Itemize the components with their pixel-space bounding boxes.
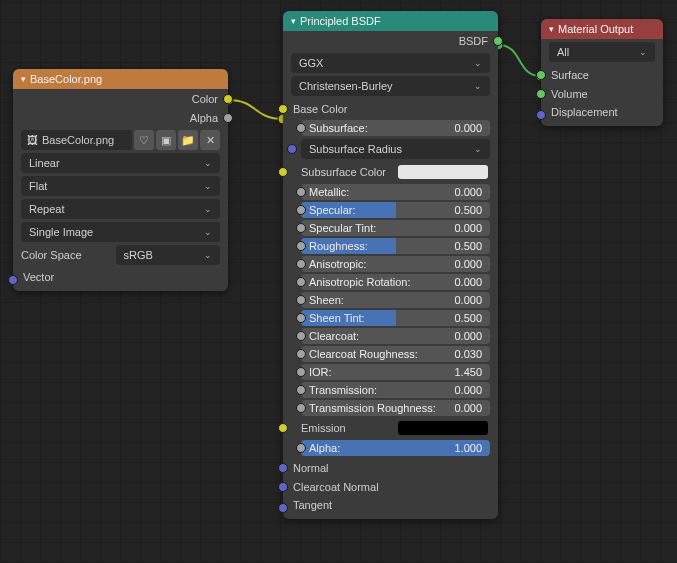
projection-dropdown[interactable]: Flat⌄ (21, 176, 220, 196)
clearcoatroughness-field[interactable]: Clearcoat Roughness:0.030 (301, 346, 490, 362)
chevron-down-icon: ⌄ (204, 250, 212, 260)
collapse-icon[interactable]: ▾ (21, 74, 26, 84)
chevron-down-icon: ⌄ (204, 204, 212, 214)
vector-socket-in[interactable] (8, 275, 18, 285)
dropdown-value: Flat (29, 180, 47, 192)
metallic-socket[interactable] (296, 187, 306, 197)
sheentint-field[interactable]: Sheen Tint:0.500 (301, 310, 490, 326)
node-title: BaseColor.png (30, 73, 102, 85)
subsurface-socket[interactable] (296, 123, 306, 133)
speculartint-socket[interactable] (296, 223, 306, 233)
material-output-node[interactable]: ▾ Material Output All⌄ Surface Volume Di… (541, 19, 663, 126)
basecolor-socket-in[interactable] (278, 104, 288, 114)
image-texture-node[interactable]: ▾ BaseColor.png Color Alpha 🖼 BaseColor.… (13, 69, 228, 291)
alpha-socket-out[interactable] (223, 113, 233, 123)
node-header[interactable]: ▾ Principled BSDF (283, 11, 498, 31)
open-image-button[interactable]: 📁 (178, 130, 198, 150)
image-icon: 🖼 (27, 134, 38, 146)
image-filename: BaseColor.png (42, 134, 114, 146)
dropdown-value: GGX (299, 57, 323, 69)
dropdown-value: Linear (29, 157, 60, 169)
sheen-socket[interactable] (296, 295, 306, 305)
ccrough-socket[interactable] (296, 349, 306, 359)
node-title: Principled BSDF (300, 15, 381, 27)
transrough-socket[interactable] (296, 403, 306, 413)
subsurface-color-swatch[interactable] (398, 165, 488, 179)
ior-socket[interactable] (296, 367, 306, 377)
subsurface-field[interactable]: Subsurface: 0.000 (301, 120, 490, 136)
transmissionroughness-field[interactable]: Transmission Roughness:0.000 (301, 400, 490, 416)
tangent-row: Tangent (283, 496, 498, 519)
emission-socket[interactable] (278, 423, 288, 433)
clearcoat-socket[interactable] (296, 331, 306, 341)
source-dropdown[interactable]: Single Image⌄ (21, 222, 220, 242)
colorspace-dropdown[interactable]: sRGB⌄ (116, 245, 221, 265)
dropdown-value: sRGB (124, 249, 153, 261)
chevron-down-icon: ⌄ (474, 81, 482, 91)
displacement-socket[interactable] (536, 110, 546, 120)
surface-socket[interactable] (536, 70, 546, 80)
collapse-icon[interactable]: ▾ (291, 16, 296, 26)
specular-field[interactable]: Specular:0.500 (301, 202, 490, 218)
bsdf-output-row: BSDF (283, 31, 498, 50)
dropdown-value: All (557, 46, 569, 58)
clearcoat-field[interactable]: Clearcoat:0.000 (301, 328, 490, 344)
output-color-row: Color (13, 89, 228, 108)
unlink-image-button[interactable]: ✕ (200, 130, 220, 150)
dropdown-value: Single Image (29, 226, 93, 238)
interpolation-dropdown[interactable]: Linear⌄ (21, 153, 220, 173)
displacement-input-row: Displacement (541, 103, 663, 126)
subsurface-color-row: Subsurface Color (283, 162, 498, 182)
extension-dropdown[interactable]: Repeat⌄ (21, 199, 220, 219)
new-image-button[interactable]: ▣ (156, 130, 176, 150)
fake-user-button[interactable]: ♡ (134, 130, 154, 150)
chevron-down-icon: ⌄ (639, 47, 647, 57)
input-label: Base Color (293, 103, 347, 115)
transmission-socket[interactable] (296, 385, 306, 395)
chevron-down-icon: ⌄ (204, 181, 212, 191)
aniso-socket[interactable] (296, 259, 306, 269)
surface-input-row: Surface (541, 65, 663, 84)
anisorot-socket[interactable] (296, 277, 306, 287)
normal-row: Normal (283, 458, 498, 477)
principled-bsdf-node[interactable]: ▾ Principled BSDF BSDF GGX⌄ Christensen-… (283, 11, 498, 519)
node-header[interactable]: ▾ BaseColor.png (13, 69, 228, 89)
node-header[interactable]: ▾ Material Output (541, 19, 663, 39)
subsurface-method-dropdown[interactable]: Christensen-Burley⌄ (291, 76, 490, 96)
normal-socket[interactable] (278, 463, 288, 473)
ior-field[interactable]: IOR:1.450 (301, 364, 490, 380)
target-dropdown[interactable]: All⌄ (549, 42, 655, 62)
chevron-down-icon: ⌄ (204, 158, 212, 168)
transmission-field[interactable]: Transmission:0.000 (301, 382, 490, 398)
subsurfcolor-socket[interactable] (278, 167, 288, 177)
speculartint-field[interactable]: Specular Tint:0.000 (301, 220, 490, 236)
output-label: BSDF (459, 35, 488, 47)
metallic-field[interactable]: Metallic:0.000 (301, 184, 490, 200)
subsurfradius-socket[interactable] (287, 144, 297, 154)
alpha-socket[interactable] (296, 443, 306, 453)
subsurface-radius-field[interactable]: Subsurface Radius⌄ (301, 139, 490, 159)
collapse-icon[interactable]: ▾ (549, 24, 554, 34)
roughness-field[interactable]: Roughness:0.500 (301, 238, 490, 254)
chevron-down-icon: ⌄ (474, 58, 482, 68)
alpha-field[interactable]: Alpha:1.000 (301, 440, 490, 456)
specular-socket[interactable] (296, 205, 306, 215)
distribution-dropdown[interactable]: GGX⌄ (291, 53, 490, 73)
input-label: Vector (23, 271, 54, 283)
volume-input-row: Volume (541, 84, 663, 103)
sheentint-socket[interactable] (296, 313, 306, 323)
output-label: Color (192, 93, 218, 105)
emission-color-swatch[interactable] (398, 421, 488, 435)
sheen-field[interactable]: Sheen:0.000 (301, 292, 490, 308)
anisorotation-field[interactable]: Anisotropic Rotation:0.000 (301, 274, 490, 290)
emission-row: Emission (283, 418, 498, 438)
output-label: Alpha (190, 112, 218, 124)
tangent-socket[interactable] (278, 503, 288, 513)
image-filename-field[interactable]: 🖼 BaseColor.png (21, 130, 132, 150)
bsdf-socket-out[interactable] (493, 36, 503, 46)
volume-socket[interactable] (536, 89, 546, 99)
anisotropic-field[interactable]: Anisotropic:0.000 (301, 256, 490, 272)
roughness-socket[interactable] (296, 241, 306, 251)
ccnormal-socket[interactable] (278, 482, 288, 492)
color-socket-out[interactable] (223, 94, 233, 104)
